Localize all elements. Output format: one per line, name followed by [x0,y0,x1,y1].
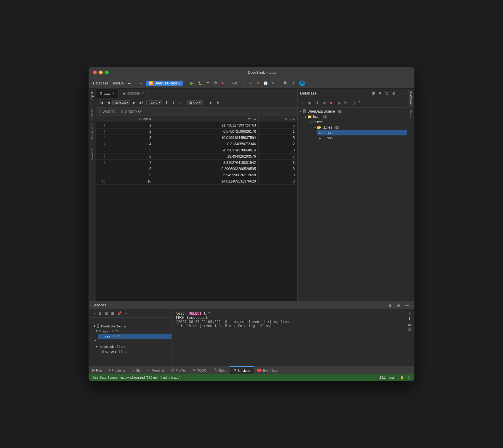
tab-aaa-close[interactable]: ✕ [112,92,115,95]
minimize-button[interactable] [99,71,103,74]
tab-console-close[interactable]: ✕ [141,91,144,95]
btab-services[interactable]: ⚙ Services [230,366,254,374]
git-revert-icon[interactable]: ↺ [271,81,276,86]
db-stop-icon[interactable]: ■ [329,100,334,106]
btab-problems[interactable]: ℹ Problems [105,366,129,374]
svc-add-icon[interactable]: + [124,311,128,316]
btab-terminal[interactable]: >_ Terminal [143,366,168,374]
search-button[interactable]: 🔍 [282,81,289,86]
table-row[interactable]: 2 2 6.575072198629178 1 [96,129,297,135]
orderby-filter-btn[interactable]: ⇅ ORDER BY [121,110,142,113]
git-check-icon[interactable]: ✓ [241,81,246,86]
col-val[interactable]: ⊞ val ⇅ [154,116,258,122]
services-add-icon[interactable]: ⊕ [387,302,393,308]
tree-local-arrow[interactable]: ▾ [305,115,306,119]
tree-bbb[interactable]: ▶ ⊞ bbb [317,135,407,141]
import-btn[interactable]: ⬇ [164,100,169,105]
col-v[interactable]: ⊞ v ⇅ [258,116,297,122]
color-picker-icon[interactable]: 🌐 [298,80,306,87]
table-row[interactable]: 10 10 14.011469131376629 3 [96,178,297,185]
back-nav-icon[interactable]: ← [138,81,144,86]
col-aid[interactable]: ⊞ aid ⇅ [108,116,154,122]
tree-datasource-arrow[interactable]: ▾ [300,110,302,113]
svc-aaa-leaf[interactable]: ⊞ aaa 26 ms [98,334,172,339]
tab-console[interactable]: 🖥 console ✕ [118,89,148,98]
tree-aaa-arrow[interactable]: ▶ [319,131,321,135]
table-row[interactable]: 1 1 11.738127393724763 5 [96,122,297,129]
tree-test-arrow[interactable]: ▾ [310,121,311,124]
sidebar-item-favorites[interactable]: Favorites [90,145,94,162]
stop-button[interactable]: ■ [220,81,225,86]
svc-console-node[interactable]: ▾ 🖥 console 93 ms [94,344,172,349]
console-delete-icon[interactable]: 🗑 [408,327,411,332]
branch-selector[interactable]: 🔀 DeerSeekTest ▾ [146,81,182,86]
settings-btn[interactable]: ⚙ [215,100,221,105]
table-row[interactable]: 4 4 8.3134059072346 2 [96,141,297,147]
table-row[interactable]: 8 8 0.3006003200528595 8 [96,166,297,172]
run-button[interactable]: ▶ [189,80,195,87]
table-row[interactable]: 7 7 8.310276415001542 3 [96,160,297,166]
db-expand-icon[interactable]: ⇅ [384,90,390,96]
svc-expand-icon[interactable]: ⊞ [104,311,109,316]
db-refresh-icon[interactable]: ↺ [314,100,320,106]
vcs-back-icon[interactable]: ⬅ [126,81,132,86]
sidebar-item-pull-requests[interactable]: Pull Requests [90,122,94,145]
maximize-button[interactable] [105,71,109,74]
db-copy-icon[interactable]: ⊞ [306,100,313,106]
sidebar-item-database[interactable]: Database [409,90,413,107]
coverage-button[interactable]: ☂ [205,81,211,86]
btab-build[interactable]: 🔨 Build [210,366,230,374]
export-btn[interactable]: ⬆ [170,100,176,105]
services-settings-icon[interactable]: ⚙ [395,302,402,308]
db-settings-icon[interactable]: ⚙ [391,90,397,96]
svc-pin-icon[interactable]: 📌 [116,311,123,316]
sidebar-item-structure[interactable]: Structure [90,104,94,121]
export-dropdown[interactable]: CSV ▾ [149,100,162,105]
btab-eventlog[interactable]: 3 Event Log [254,366,281,374]
table-dropdown[interactable]: ⊞ aaa ▾ [187,100,203,105]
db-minimize-icon[interactable]: — [398,90,405,96]
svc-console-leaf[interactable]: 🖥 console 93 ms [98,349,172,354]
btab-git[interactable]: ⑂ Git [129,366,143,374]
table-row[interactable]: 5 5 4.730374378868014 8 [96,147,297,153]
table-row[interactable]: 6 6 18.494926293576 7 [96,153,297,160]
preview-btn[interactable]: 👁 [207,100,214,105]
profile-button[interactable]: ⏱ [213,81,219,86]
update-button[interactable]: ⬆ [291,81,296,86]
db-edit-icon[interactable]: ✎ [342,100,349,106]
detach-btn[interactable]: ⤢ [177,100,183,105]
db-new-icon[interactable]: + [300,100,305,106]
sidebar-item-project[interactable]: Project [90,90,94,104]
db-schema-icon[interactable]: ⊡ [350,100,356,106]
db-filter-icon[interactable]: ⊺ [357,100,362,106]
svc-collapse-icon[interactable]: ⊟ [97,311,102,316]
tree-test[interactable]: ▾ 🗃 test [307,119,407,125]
btab-run[interactable]: ▶ Run [89,366,105,374]
db-sync-icon[interactable]: ⟳ [321,100,328,106]
tree-tables[interactable]: ▾ 📂 tables 2 [312,125,407,130]
where-filter-btn[interactable]: ⊺ WHERE [100,110,115,113]
last-page-btn[interactable]: ▶| [138,100,144,105]
console-filter-icon[interactable]: ≡ [409,311,411,315]
table-row[interactable]: 3 3 10.019948445937594 5 [96,135,297,141]
first-page-btn[interactable]: |◀ [98,100,105,105]
breadcrumb[interactable]: Database › DeerDa [92,81,125,86]
tree-aaa[interactable]: ▶ ⊞ aaa [317,130,407,135]
svc-grid-icon[interactable]: ⊡ [110,311,115,316]
table-row[interactable]: 9 9 5.949998026212658 8 [96,172,297,178]
db-table-icon[interactable]: ⊞ [335,100,342,106]
btab-todo[interactable]: ☑ TODO [190,366,210,374]
git-checkmark-icon[interactable]: ✔ [248,81,253,86]
prev-page-btn[interactable]: ◀ [106,100,111,105]
tree-local[interactable]: ▾ 📁 local 1 [302,114,407,119]
btab-profiler[interactable]: ⏱ Profiler [168,366,190,374]
git-history-icon[interactable]: 🕐 [262,81,269,86]
sidebar-item-maven[interactable]: Maven [409,107,413,121]
console-download-icon[interactable]: ⬇ [408,316,411,321]
db-collapse-icon[interactable]: ≡ [378,90,382,96]
close-button[interactable] [93,71,97,74]
tree-datasource[interactable]: ▾ 🗄 DeerData Source 1 [298,109,407,114]
git-push-icon[interactable]: ↗ [255,81,260,86]
svc-datasource-node[interactable]: ▾ 🗄 DeerData Source [89,324,172,329]
console-print-icon[interactable]: 🖨 [408,322,411,326]
